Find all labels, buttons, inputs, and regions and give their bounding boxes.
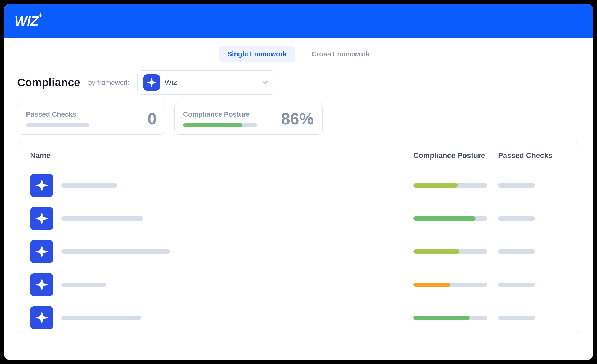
row-passed-cell [498,216,567,221]
compliance-table: Name Compliance Posture Passed Checks [17,142,580,334]
column-posture: Compliance Posture [413,151,498,160]
passed-checks-label: Passed Checks [26,110,89,119]
chevron-down-icon [261,79,269,86]
table-row[interactable] [17,268,580,301]
wiz-icon [30,306,53,329]
row-posture-cell [413,316,498,320]
row-name-cell [30,174,413,197]
wiz-logo: WIZ [15,13,43,29]
sparkle-icon [35,212,48,225]
row-name-cell [30,306,413,329]
table-row[interactable] [17,202,580,235]
table-row[interactable] [17,235,580,268]
posture-progress [413,183,487,188]
sparkle-icon [147,78,156,87]
wiz-icon [30,174,53,197]
row-posture-cell [413,283,498,287]
stat-cards-row: Passed Checks 0 Compliance Posture 86% [4,103,593,142]
page-subtitle: by framework [88,79,129,87]
posture-progress-fill [413,183,458,188]
posture-progress [413,316,487,320]
name-placeholder [61,316,141,320]
sparkle-icon [35,278,48,291]
passed-checks-value: 0 [148,109,157,128]
row-passed-cell [498,316,567,320]
name-placeholder [61,183,117,188]
passed-checks-bar [26,123,89,127]
app-header: WIZ [4,4,593,38]
posture-progress-fill [413,249,459,254]
tab-single-framework[interactable]: Single Framework [219,46,295,62]
tabs-row: Single Framework Cross Framework [4,38,593,68]
sparkle-icon [38,12,43,18]
passed-placeholder [498,283,535,287]
column-name: Name [30,151,413,160]
name-placeholder [61,249,170,254]
compliance-posture-bar [183,123,257,127]
name-placeholder [61,283,106,287]
posture-progress [413,283,487,287]
table-body [17,169,580,334]
row-passed-cell [498,249,567,254]
framework-value: Wiz [165,78,257,87]
compliance-posture-card: Compliance Posture 86% [174,103,323,135]
sparkle-icon [35,179,48,192]
row-passed-cell [498,283,567,287]
wiz-icon [30,207,53,230]
row-name-cell [30,273,413,296]
wiz-icon [30,273,53,296]
passed-checks-card: Passed Checks 0 [17,103,165,135]
tab-cross-framework[interactable]: Cross Framework [303,46,378,62]
posture-progress [413,216,487,221]
app-frame: WIZ Single Framework Cross Framework Com… [4,4,593,360]
passed-placeholder [498,183,535,188]
framework-select[interactable]: Wiz [137,70,275,95]
table-header: Name Compliance Posture Passed Checks [17,142,580,169]
title-row: Compliance by framework Wiz [4,68,593,103]
compliance-posture-bar-fill [183,123,242,127]
name-placeholder [61,216,143,221]
compliance-posture-value: 86% [281,109,314,128]
table-row[interactable] [17,301,580,334]
row-name-cell [30,240,413,263]
row-posture-cell [413,216,498,221]
row-posture-cell [413,183,498,188]
brand-text: WIZ [15,13,38,29]
posture-progress-fill [413,283,450,287]
posture-progress-fill [413,216,476,221]
page-title: Compliance [17,76,80,89]
wiz-icon [30,240,53,263]
wiz-icon [143,74,160,91]
passed-placeholder [498,249,535,254]
posture-progress [413,249,487,254]
sparkle-icon [35,245,48,258]
passed-placeholder [498,316,535,320]
sparkle-icon [35,311,48,324]
column-passed: Passed Checks [498,151,567,160]
row-passed-cell [498,183,567,188]
posture-progress-fill [413,316,470,320]
row-posture-cell [413,249,498,254]
compliance-posture-label: Compliance Posture [183,110,257,119]
table-row[interactable] [17,169,580,202]
passed-placeholder [498,216,535,221]
row-name-cell [30,207,413,230]
